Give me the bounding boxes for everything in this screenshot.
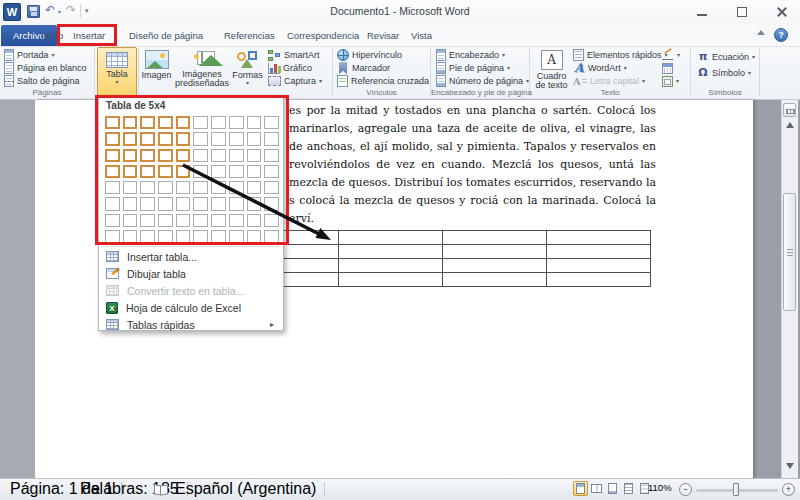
document-text-line: mezcla de quesos. Distribuí los tomates … — [289, 174, 656, 192]
document-text-line: revolviéndolos de vez en cuando. Mezclá … — [289, 156, 656, 174]
smartart-button[interactable]: SmartArt — [268, 49, 320, 61]
collapse-ribbon-icon[interactable] — [757, 30, 765, 35]
zoom-level[interactable]: 110% — [648, 482, 672, 493]
tab-diseno-de-pagina[interactable]: Diseño de página — [120, 25, 212, 46]
chart-icon — [268, 63, 280, 74]
close-button[interactable] — [769, 4, 795, 20]
imagenes-predisenadas-button[interactable]: Imágenes prediseñadas — [174, 47, 230, 88]
table-cell[interactable] — [547, 231, 651, 245]
table-cell[interactable] — [443, 273, 547, 287]
shapes-icon — [237, 50, 259, 69]
salto-de-pagina-button[interactable]: Salto de página — [4, 75, 80, 87]
document-text-line: es por la mitad y tostados en una planch… — [289, 102, 656, 120]
scroll-down-icon[interactable] — [786, 463, 794, 469]
table-cell[interactable] — [339, 273, 443, 287]
draw-table-icon — [106, 268, 119, 279]
objeto-button[interactable]: ▾ — [662, 75, 679, 87]
table-cell[interactable] — [339, 259, 443, 273]
drop-cap-icon: A — [573, 77, 587, 86]
table-cell[interactable] — [339, 231, 443, 245]
print-layout-view-button[interactable] — [573, 481, 588, 496]
zoom-slider-thumb[interactable] — [733, 483, 739, 496]
menu-item-convertir-texto: Convertir texto en tabla... — [101, 282, 281, 299]
document-text-line: marinarlos, agregale una taza de aceite … — [289, 120, 656, 138]
hyperlink-icon — [337, 49, 349, 61]
minimize-button[interactable] — [689, 4, 715, 20]
quick-parts-icon — [573, 49, 584, 61]
table-cell[interactable] — [547, 245, 651, 259]
wordart-button[interactable]: A WordArt▾ — [573, 62, 627, 74]
highlight-box-table-grid — [95, 95, 289, 245]
table-cell[interactable] — [547, 259, 651, 273]
linea-de-firma-button[interactable]: ▾ — [662, 49, 680, 61]
window-title: Documento1 - Microsoft Word — [0, 5, 800, 17]
pagina-en-blanco-button[interactable]: Página en blanco — [4, 62, 87, 74]
title-bar: W ↶ ▾ ↷ ▾ Documento1 - Microsoft Word — [0, 0, 800, 24]
menu-item-hoja-excel[interactable]: X Hoja de cálculo de Excel — [101, 299, 281, 316]
elementos-rapidos-button[interactable]: Elementos rápidos▾ — [573, 49, 668, 61]
web-layout-view-button[interactable] — [605, 481, 620, 496]
tabla-button[interactable]: Tabla ▾ — [97, 47, 137, 99]
tab-correspondencia[interactable]: Correspondencia — [278, 25, 368, 46]
simbolo-button[interactable]: Ω Símbolo▾ — [697, 67, 751, 79]
zoom-in-button[interactable]: + — [782, 483, 795, 496]
group-separator — [759, 48, 760, 96]
clipart-icon — [189, 50, 215, 68]
convert-text-icon — [106, 285, 119, 296]
signature-line-icon — [662, 50, 674, 61]
tab-revisar[interactable]: Revisar — [358, 25, 408, 46]
symbol-icon: Ω — [697, 67, 709, 79]
table-cell[interactable] — [443, 231, 547, 245]
minimize-icon — [697, 14, 707, 16]
outline-view-button[interactable] — [621, 481, 636, 496]
tab-referencias[interactable]: Referencias — [215, 25, 284, 46]
blank-page-icon — [4, 62, 14, 74]
header-icon — [436, 49, 446, 61]
table-cell[interactable] — [443, 245, 547, 259]
wordart-icon: A — [573, 63, 585, 73]
language-status[interactable]: Español (Argentina) — [146, 482, 325, 496]
formas-button[interactable]: Formas ▾ — [231, 47, 264, 86]
help-icon[interactable]: ? — [774, 28, 788, 42]
fecha-y-hora-button[interactable] — [662, 62, 673, 74]
scrollbar-thumb[interactable] — [783, 193, 796, 311]
pie-de-pagina-button[interactable]: Pie de página▾ — [436, 62, 510, 74]
imagen-button[interactable]: Imagen — [140, 47, 173, 80]
tab-vista[interactable]: Vista — [402, 25, 441, 46]
maximize-button[interactable] — [729, 4, 755, 20]
cross-reference-icon — [337, 75, 348, 87]
maximize-icon — [737, 7, 747, 17]
group-label-paginas: Páginas — [0, 88, 94, 97]
document-text-line: de anchoas, el ají molido, sal y pimient… — [289, 138, 656, 156]
group-separator — [94, 48, 95, 96]
highlight-box-insertar-tab — [57, 24, 117, 46]
insert-table-icon — [106, 251, 119, 262]
scroll-up-icon[interactable] — [786, 122, 794, 128]
numero-de-pagina-button[interactable]: Número de página▾ — [436, 75, 529, 87]
captura-button[interactable]: Captura▾ — [268, 75, 322, 87]
table-cell[interactable] — [547, 273, 651, 287]
group-label-simbolos: Símbolos — [691, 88, 759, 97]
cuadro-de-texto-button[interactable]: A Cuadro de texto — [533, 47, 570, 90]
group-label-texto: Texto — [530, 88, 690, 97]
referencia-cruzada-button[interactable]: Referencia cruzada — [337, 75, 429, 87]
ruler-toggle-icon[interactable] — [783, 103, 796, 117]
hipervinculo-button[interactable]: Hipervínculo — [337, 49, 402, 61]
group-label-encabezado: Encabezado y pie de página — [431, 88, 529, 97]
menu-item-insertar-tabla[interactable]: Insertar tabla... — [101, 248, 281, 265]
marcador-button[interactable]: Marcador — [337, 62, 390, 74]
fullscreen-reading-view-button[interactable] — [589, 481, 604, 496]
table-cell[interactable] — [339, 245, 443, 259]
equation-icon: π — [697, 51, 709, 63]
zoom-out-button[interactable]: − — [679, 483, 692, 496]
menu-item-dibujar-tabla[interactable]: Dibujar tabla — [101, 265, 281, 282]
encabezado-button[interactable]: Encabezado▾ — [436, 49, 505, 61]
table-cell[interactable] — [443, 259, 547, 273]
picture-icon — [145, 50, 169, 69]
bookmark-icon — [339, 62, 347, 74]
smartart-icon — [268, 50, 281, 61]
portada-button[interactable]: Portada▾ — [4, 49, 55, 61]
ecuacion-button[interactable]: π Ecuación▾ — [697, 51, 755, 63]
menu-item-tablas-rapidas[interactable]: Tablas rápidas ▸ — [101, 316, 281, 333]
grafico-button[interactable]: Gráfico — [268, 62, 312, 74]
